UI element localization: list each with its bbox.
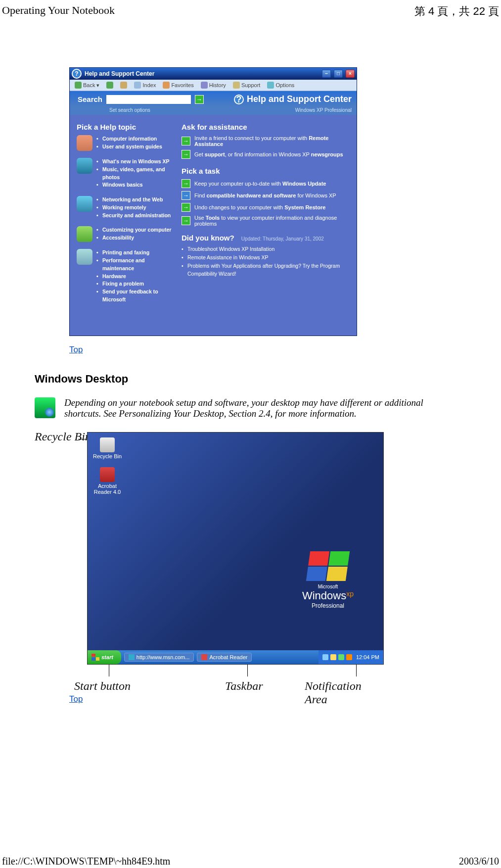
support-icon	[233, 82, 240, 89]
topic-link[interactable]: Performance and maintenance	[96, 257, 175, 273]
windows-logo: Microsoft Windowsxp Professional	[302, 551, 354, 609]
topic-link[interactable]: Working remotely	[96, 204, 171, 212]
task-row[interactable]: → Use Tools to view your computer inform…	[182, 215, 351, 227]
dyk-item[interactable]: Remote Assistance in Windows XP	[182, 253, 351, 262]
ask-title: Ask for assistance	[182, 123, 351, 131]
topic-link[interactable]: Windows basics	[96, 181, 175, 189]
footer-path: file://C:\WINDOWS\TEMP\~hh84E9.htm	[2, 856, 170, 867]
topic-group: What's new in Windows XP Music, video, g…	[77, 158, 175, 189]
recycle-bin-icon[interactable]: Recycle Bin	[92, 437, 122, 459]
favorites-button[interactable]: Favorites	[161, 81, 195, 89]
topic-link[interactable]: Networking and the Web	[96, 196, 171, 204]
support-icon: →	[182, 150, 190, 159]
topic-group: Printing and faxing Performance and main…	[77, 249, 175, 303]
invite-icon: →	[182, 137, 190, 145]
hsc-searchsub: Set search options Windows XP Profession…	[70, 106, 357, 115]
notice-text: Depending on your notebook setup and sof…	[64, 397, 455, 419]
topic-link[interactable]: User and system guides	[96, 143, 162, 151]
forward-button[interactable]	[104, 81, 115, 89]
windows-flag-icon	[306, 551, 350, 581]
home-icon	[120, 82, 127, 89]
pick-topic-title: Pick a Help topic	[77, 123, 175, 131]
annot-taskbar: Taskbar	[225, 679, 263, 693]
options-icon	[267, 82, 274, 89]
topic-link[interactable]: Computer information	[96, 135, 162, 143]
task-row[interactable]: → Keep your computer up-to-date with Win…	[182, 179, 351, 188]
index-icon	[134, 82, 141, 89]
acrobat-reader-icon[interactable]: Acrobat Reader 4.0	[92, 467, 122, 495]
trash-icon	[100, 437, 115, 452]
dyk-item[interactable]: Problems with Your Applications after Up…	[182, 262, 351, 279]
topic-link[interactable]: Hardware	[96, 273, 175, 281]
callout-line	[356, 665, 357, 676]
page-header: Operating Your Notebook 第 4 頁，共 22 頁	[0, 0, 501, 23]
callout-line	[247, 665, 248, 676]
top-link[interactable]: Top	[69, 345, 83, 355]
info-icon	[77, 158, 92, 174]
taskbar-item-ie[interactable]: http://www.msn.com...	[124, 653, 194, 662]
minimize-button[interactable]: –	[322, 70, 331, 78]
tray-icon	[330, 654, 336, 660]
top-link[interactable]: Top	[69, 694, 83, 704]
topic-link[interactable]: Send your feedback to Microsoft	[96, 288, 175, 304]
options-button[interactable]: Options	[265, 81, 296, 89]
windows-flag-icon	[91, 654, 99, 661]
dyk-title: Did you know? Updated: Thursday, January…	[182, 234, 351, 242]
hsc-titlebar[interactable]: ? Help and Support Center – □ ×	[70, 68, 357, 80]
help-support-window: ? Help and Support Center – □ × Back ▾ I…	[69, 67, 357, 336]
topic-link[interactable]: What's new in Windows XP	[96, 158, 175, 166]
topic-link[interactable]: Security and administration	[96, 212, 171, 220]
user-icon	[77, 226, 92, 242]
hsc-toolbar: Back ▾ Index Favorites History Support O…	[70, 80, 357, 91]
clock: 12:04 PM	[356, 654, 379, 660]
forward-icon	[106, 82, 113, 89]
search-input[interactable]	[106, 95, 191, 104]
hsc-title: Help and Support Center	[85, 70, 319, 77]
topic-link[interactable]: Customizing your computer	[96, 226, 171, 234]
history-button[interactable]: History	[199, 81, 228, 89]
topic-group: Computer information User and system gui…	[77, 135, 175, 151]
callout-line	[109, 665, 109, 676]
annot-notification: Notification Area	[305, 679, 386, 706]
topic-link[interactable]: Printing and faxing	[96, 249, 175, 257]
set-search-options[interactable]: Set search options	[109, 107, 150, 113]
dyk-updated: Updated: Thursday, January 31, 2002	[241, 236, 324, 241]
edition-label: Windows XP Professional	[295, 107, 352, 113]
start-button[interactable]: start	[88, 650, 121, 664]
topic-group: Customizing your computer Accessibility	[77, 226, 175, 242]
update-icon: →	[182, 179, 190, 188]
topic-group: Networking and the Web Working remotely …	[77, 196, 175, 219]
topic-link[interactable]: Accessibility	[96, 234, 171, 242]
tray-icon	[338, 654, 344, 660]
maximize-button[interactable]: □	[334, 70, 343, 78]
favorites-icon	[163, 82, 170, 89]
footer-date: 2003/6/10	[459, 856, 499, 867]
desktop-figure: Recycle Bin Recycle Bin Acrobat Reader 4…	[49, 432, 386, 665]
tray-icon	[346, 654, 352, 660]
search-go-button[interactable]: →	[195, 95, 204, 104]
pdf-icon	[100, 467, 115, 482]
support-button[interactable]: Support	[231, 81, 263, 89]
dyk-item[interactable]: Troubleshoot Windows XP Installation	[182, 245, 351, 253]
hsc-right-column: Ask for assistance → Invite a friend to …	[179, 115, 357, 316]
taskbar-item-acrobat[interactable]: Acrobat Reader	[197, 653, 252, 662]
ask-row[interactable]: → Invite a friend to connect to your com…	[182, 135, 351, 147]
home-button[interactable]	[118, 81, 129, 89]
index-button[interactable]: Index	[132, 81, 158, 89]
topic-link[interactable]: Fixing a problem	[96, 280, 175, 288]
help-icon: ?	[72, 69, 82, 79]
task-row[interactable]: → Undo changes to your computer with Sys…	[182, 203, 351, 212]
tools-icon: →	[182, 216, 190, 225]
help-icon: ?	[234, 95, 244, 104]
ask-row[interactable]: → Get support, or find information in Wi…	[182, 150, 351, 159]
task-row[interactable]: → Find compatible hardware and software …	[182, 191, 351, 200]
globe-icon	[77, 196, 92, 212]
desktop-area: Recycle Bin Acrobat Reader 4.0 Microsoft…	[87, 432, 384, 665]
ie-icon	[129, 654, 135, 660]
close-button[interactable]: ×	[346, 70, 355, 78]
back-icon	[75, 82, 82, 89]
back-button[interactable]: Back ▾	[73, 81, 101, 89]
hsc-body: Pick a Help topic Computer information U…	[70, 115, 357, 336]
topic-link[interactable]: Music, video, games, and photos	[96, 166, 175, 182]
notification-area[interactable]: 12:04 PM	[319, 650, 383, 664]
